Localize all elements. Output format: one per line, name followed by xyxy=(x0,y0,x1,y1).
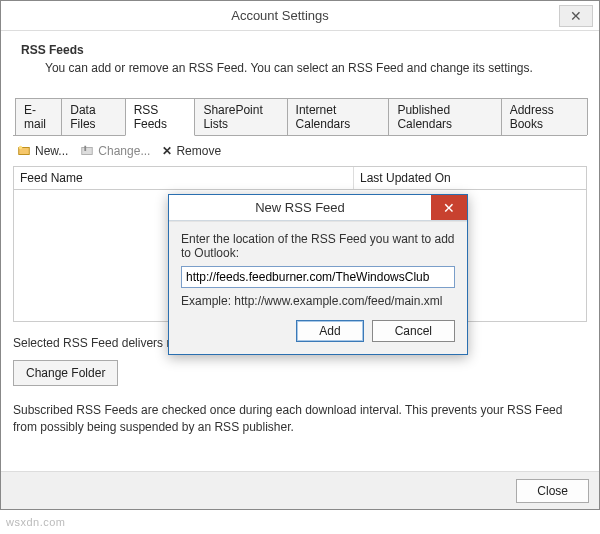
modal-overlay: New RSS Feed ✕ Enter the location of the… xyxy=(0,0,600,534)
dialog-close-button[interactable]: ✕ xyxy=(431,195,467,220)
rss-url-input[interactable] xyxy=(181,266,455,288)
close-icon: ✕ xyxy=(443,200,455,216)
new-rss-feed-dialog: New RSS Feed ✕ Enter the location of the… xyxy=(168,194,468,355)
dialog-prompt: Enter the location of the RSS Feed you w… xyxy=(181,232,455,260)
dialog-title: New RSS Feed xyxy=(169,200,431,215)
add-button[interactable]: Add xyxy=(296,320,363,342)
dialog-buttons: Add Cancel xyxy=(181,320,455,342)
dialog-example: Example: http://www.example.com/feed/mai… xyxy=(181,294,455,308)
dialog-titlebar: New RSS Feed ✕ xyxy=(169,195,467,221)
cancel-button[interactable]: Cancel xyxy=(372,320,455,342)
dialog-body: Enter the location of the RSS Feed you w… xyxy=(169,221,467,354)
watermark: wsxdn.com xyxy=(6,516,66,528)
